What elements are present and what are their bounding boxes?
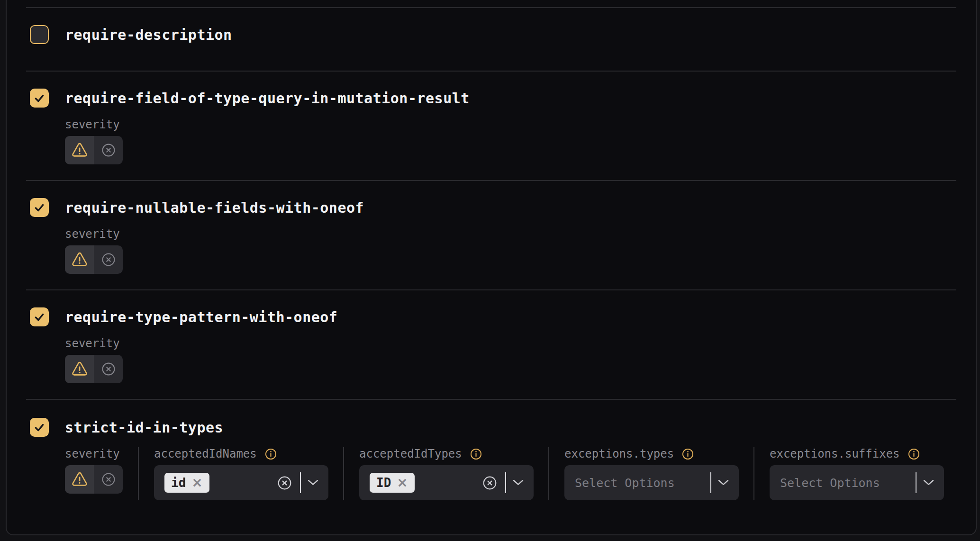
checkmark-icon bbox=[33, 421, 45, 433]
circle-x-icon bbox=[101, 361, 116, 377]
warning-triangle-icon bbox=[71, 251, 89, 268]
checkmark-icon bbox=[33, 92, 45, 104]
open-dropdown-button[interactable] bbox=[513, 479, 524, 486]
rule-row: require-nullable-fields-with-oneof sever… bbox=[7, 181, 976, 289]
tag-label: id bbox=[171, 476, 186, 490]
warning-triangle-icon bbox=[71, 142, 89, 159]
option-label: exceptions.suffixes bbox=[770, 447, 900, 460]
exceptions-suffixes-select[interactable]: Select Options bbox=[770, 465, 944, 500]
selected-tag: ID × bbox=[370, 473, 415, 493]
chevron-down-icon bbox=[308, 479, 318, 486]
severity-off-button[interactable] bbox=[94, 355, 123, 383]
selected-tag: id × bbox=[164, 473, 209, 493]
rule-checkbox[interactable] bbox=[30, 89, 49, 108]
remove-tag-button[interactable]: × bbox=[191, 476, 202, 489]
clear-selection-button[interactable] bbox=[277, 475, 292, 491]
info-icon[interactable] bbox=[470, 448, 482, 460]
circle-x-icon bbox=[101, 252, 116, 267]
open-dropdown-button[interactable] bbox=[718, 479, 729, 486]
severity-warn-button[interactable] bbox=[65, 136, 94, 164]
circle-x-icon bbox=[101, 143, 116, 158]
select-placeholder: Select Options bbox=[780, 476, 908, 490]
rules-config-screen: require-description require-field-of-typ… bbox=[0, 0, 980, 541]
warning-triangle-icon bbox=[71, 361, 89, 378]
severity-toggle bbox=[65, 136, 123, 164]
separator bbox=[916, 472, 916, 493]
exceptions-types-select[interactable]: Select Options bbox=[564, 465, 739, 500]
info-icon[interactable] bbox=[907, 448, 920, 460]
rule-checkbox[interactable] bbox=[30, 25, 49, 44]
rules-panel: require-description require-field-of-typ… bbox=[6, 0, 977, 535]
rule-name: strict-id-in-types bbox=[65, 419, 223, 436]
severity-toggle bbox=[65, 465, 123, 494]
rule-row: require-field-of-type-query-in-mutation-… bbox=[7, 72, 976, 180]
checkmark-icon bbox=[33, 311, 45, 323]
remove-tag-button[interactable]: × bbox=[397, 476, 408, 489]
rule-checkbox[interactable] bbox=[30, 307, 49, 326]
severity-label: severity bbox=[65, 227, 976, 241]
severity-label: severity bbox=[65, 337, 976, 350]
chevron-down-icon bbox=[513, 479, 524, 486]
option-column-exceptions-types: exceptions.types Select Options bbox=[548, 447, 753, 500]
rule-checkbox[interactable] bbox=[30, 418, 49, 437]
severity-toggle bbox=[65, 245, 123, 274]
rule-name: require-type-pattern-with-oneof bbox=[65, 309, 337, 325]
severity-toggle bbox=[65, 355, 123, 383]
acceptedIdTypes-select[interactable]: ID × bbox=[359, 465, 534, 500]
checkmark-icon bbox=[33, 201, 45, 214]
rule-row: require-type-pattern-with-oneof severity bbox=[7, 290, 976, 399]
option-column-acceptedIdNames: acceptedIdNames id × bbox=[138, 447, 343, 500]
rule-row: require-description bbox=[7, 8, 976, 71]
rule-name: require-description bbox=[65, 27, 232, 43]
option-label: acceptedIdNames bbox=[154, 447, 257, 460]
severity-off-button[interactable] bbox=[94, 245, 123, 274]
rule-row: strict-id-in-types severity bbox=[7, 400, 976, 500]
severity-off-button[interactable] bbox=[94, 136, 123, 164]
severity-warn-button[interactable] bbox=[65, 465, 94, 494]
circle-x-icon bbox=[101, 472, 116, 487]
acceptedIdNames-select[interactable]: id × bbox=[154, 465, 328, 500]
option-column-severity: severity bbox=[65, 447, 138, 494]
rule-checkbox[interactable] bbox=[30, 198, 49, 217]
warning-triangle-icon bbox=[71, 471, 89, 488]
separator bbox=[710, 472, 711, 493]
severity-off-button[interactable] bbox=[94, 465, 123, 494]
open-dropdown-button[interactable] bbox=[923, 479, 934, 486]
option-label: exceptions.types bbox=[564, 447, 674, 460]
clear-selection-button[interactable] bbox=[482, 475, 498, 491]
severity-warn-button[interactable] bbox=[65, 355, 94, 383]
info-icon[interactable] bbox=[264, 448, 277, 460]
rule-name: require-nullable-fields-with-oneof bbox=[65, 199, 364, 216]
option-label: acceptedIdTypes bbox=[359, 447, 462, 460]
open-dropdown-button[interactable] bbox=[308, 479, 318, 486]
tag-label: ID bbox=[376, 476, 391, 490]
select-placeholder: Select Options bbox=[575, 476, 703, 490]
rule-name: require-field-of-type-query-in-mutation-… bbox=[65, 90, 470, 107]
clear-icon bbox=[277, 475, 292, 491]
chevron-down-icon bbox=[718, 479, 729, 486]
clear-icon bbox=[482, 475, 498, 491]
separator bbox=[505, 472, 506, 493]
info-icon[interactable] bbox=[681, 448, 694, 460]
separator bbox=[300, 472, 301, 493]
option-column-acceptedIdTypes: acceptedIdTypes ID × bbox=[343, 447, 548, 500]
option-column-exceptions-suffixes: exceptions.suffixes Select Options bbox=[753, 447, 959, 500]
severity-warn-button[interactable] bbox=[65, 245, 94, 274]
chevron-down-icon bbox=[923, 479, 934, 486]
severity-label: severity bbox=[65, 118, 976, 131]
severity-label: severity bbox=[65, 447, 123, 460]
